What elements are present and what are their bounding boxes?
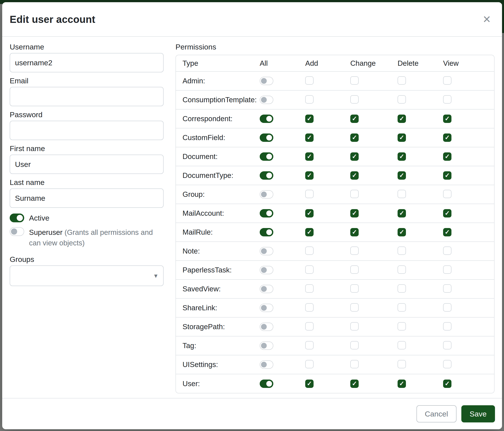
permission-delete-checkbox[interactable] — [397, 246, 406, 255]
permission-delete-checkbox[interactable] — [397, 95, 406, 104]
permission-delete-checkbox[interactable]: ✓ — [397, 153, 406, 161]
permission-delete-checkbox[interactable]: ✓ — [397, 171, 406, 180]
superuser-toggle[interactable] — [10, 227, 24, 236]
permission-all-toggle[interactable] — [260, 341, 273, 350]
permission-all-toggle[interactable] — [260, 323, 273, 331]
permission-delete-checkbox[interactable] — [397, 360, 406, 368]
permission-view-checkbox[interactable] — [443, 95, 451, 104]
permission-add-checkbox[interactable] — [305, 246, 314, 255]
username-input[interactable] — [10, 53, 164, 72]
permission-row: ConsumptionTemplate: — [176, 90, 494, 109]
first-name-field[interactable] — [10, 155, 164, 174]
permission-all-toggle[interactable] — [260, 153, 273, 161]
permission-change-checkbox[interactable] — [350, 265, 359, 274]
permission-all-toggle[interactable] — [260, 134, 273, 142]
permission-all-toggle[interactable] — [260, 304, 273, 312]
permission-view-checkbox[interactable] — [443, 265, 451, 274]
permission-change-checkbox[interactable] — [350, 76, 359, 85]
permission-change-checkbox[interactable] — [350, 246, 359, 255]
permission-all-toggle[interactable] — [260, 171, 273, 180]
permission-add-checkbox[interactable]: ✓ — [305, 171, 314, 180]
permission-add-checkbox[interactable] — [305, 265, 314, 274]
permission-change-checkbox[interactable] — [350, 190, 359, 198]
permission-view-checkbox[interactable]: ✓ — [443, 134, 451, 142]
active-toggle[interactable] — [10, 214, 24, 222]
permission-change-checkbox[interactable] — [350, 95, 359, 104]
permission-delete-checkbox[interactable] — [397, 76, 406, 85]
permission-delete-checkbox[interactable] — [397, 265, 406, 274]
permission-view-checkbox[interactable]: ✓ — [443, 379, 451, 388]
permission-delete-checkbox[interactable]: ✓ — [397, 115, 406, 123]
permission-add-checkbox[interactable] — [305, 76, 314, 85]
permission-delete-checkbox[interactable]: ✓ — [397, 209, 406, 217]
cancel-button[interactable]: Cancel — [416, 405, 457, 422]
permission-add-checkbox[interactable] — [305, 284, 314, 293]
permission-add-checkbox[interactable] — [305, 360, 314, 368]
permission-change-checkbox[interactable]: ✓ — [350, 134, 359, 142]
permission-all-toggle[interactable] — [260, 190, 273, 198]
permission-add-checkbox[interactable]: ✓ — [305, 134, 314, 142]
permission-all-toggle[interactable] — [260, 285, 273, 293]
groups-select[interactable]: ▾ — [10, 265, 164, 286]
permission-view-checkbox[interactable] — [443, 246, 451, 255]
permission-delete-checkbox[interactable]: ✓ — [397, 134, 406, 142]
toggle-knob — [261, 97, 267, 103]
permission-add-checkbox[interactable]: ✓ — [305, 153, 314, 161]
permission-add-checkbox[interactable] — [305, 322, 314, 331]
permission-change-checkbox[interactable] — [350, 341, 359, 350]
permission-view-checkbox[interactable]: ✓ — [443, 228, 451, 236]
permission-delete-checkbox[interactable] — [397, 341, 406, 350]
permission-view-checkbox[interactable]: ✓ — [443, 115, 451, 123]
permission-all-toggle[interactable] — [260, 96, 273, 104]
permission-add-checkbox[interactable]: ✓ — [305, 115, 314, 123]
permission-change-checkbox[interactable]: ✓ — [350, 209, 359, 217]
permission-add-checkbox[interactable]: ✓ — [305, 209, 314, 217]
permission-change-checkbox[interactable]: ✓ — [350, 115, 359, 123]
permission-change-checkbox[interactable]: ✓ — [350, 228, 359, 236]
permission-change-checkbox[interactable]: ✓ — [350, 153, 359, 161]
permission-delete-checkbox[interactable] — [397, 284, 406, 293]
permission-all-toggle[interactable] — [260, 115, 273, 123]
permission-all-toggle[interactable] — [260, 77, 273, 85]
permission-delete-checkbox[interactable] — [397, 190, 406, 198]
permission-view-checkbox[interactable] — [443, 284, 451, 293]
permission-delete-checkbox[interactable]: ✓ — [397, 379, 406, 388]
permission-change-checkbox[interactable] — [350, 303, 359, 312]
permission-change-checkbox[interactable]: ✓ — [350, 379, 359, 388]
permission-change-checkbox[interactable] — [350, 322, 359, 331]
permission-all-toggle[interactable] — [260, 228, 273, 236]
permission-view-checkbox[interactable] — [443, 322, 451, 331]
permission-add-checkbox[interactable] — [305, 303, 314, 312]
permission-delete-checkbox[interactable]: ✓ — [397, 228, 406, 236]
permission-view-checkbox[interactable] — [443, 76, 451, 85]
permission-add-checkbox[interactable] — [305, 190, 314, 198]
permission-all-toggle[interactable] — [260, 266, 273, 274]
permission-view-checkbox[interactable]: ✓ — [443, 209, 451, 217]
permission-view-checkbox[interactable] — [443, 341, 451, 350]
permission-add-checkbox[interactable]: ✓ — [305, 379, 314, 388]
permission-all-toggle[interactable] — [260, 209, 273, 217]
permission-add-checkbox[interactable]: ✓ — [305, 228, 314, 236]
permission-view-checkbox[interactable]: ✓ — [443, 171, 451, 180]
permission-add-checkbox[interactable] — [305, 341, 314, 350]
permission-change-checkbox[interactable]: ✓ — [350, 171, 359, 180]
permission-type-label: Group: — [176, 185, 260, 204]
permission-view-checkbox[interactable] — [443, 360, 451, 368]
permission-all-toggle[interactable] — [260, 247, 273, 255]
permission-view-checkbox[interactable] — [443, 303, 451, 312]
permission-all-toggle[interactable] — [260, 379, 273, 388]
last-name-field[interactable] — [10, 189, 164, 208]
permission-delete-checkbox[interactable] — [397, 322, 406, 331]
email-field[interactable] — [10, 87, 164, 106]
permission-change-checkbox[interactable] — [350, 360, 359, 368]
permission-view-checkbox[interactable]: ✓ — [443, 153, 451, 161]
permission-type-label: MailAccount: — [176, 204, 260, 223]
password-field[interactable] — [10, 121, 164, 140]
permission-delete-checkbox[interactable] — [397, 303, 406, 312]
permission-view-checkbox[interactable] — [443, 190, 451, 198]
permission-all-toggle[interactable] — [260, 360, 273, 369]
permission-change-checkbox[interactable] — [350, 284, 359, 293]
close-button[interactable]: ✕ — [479, 12, 494, 27]
permission-add-checkbox[interactable] — [305, 95, 314, 104]
save-button[interactable]: Save — [461, 405, 495, 422]
